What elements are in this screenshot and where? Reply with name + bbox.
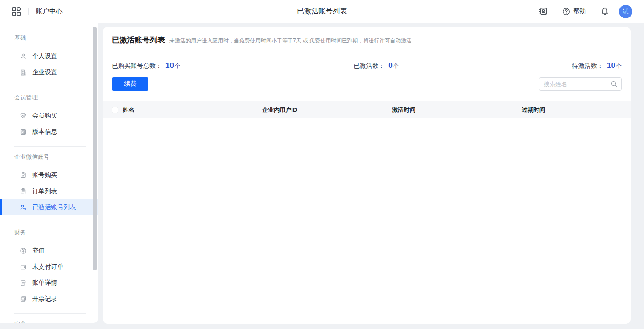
stat-label: 待激活数： bbox=[572, 62, 603, 70]
main-panel: 已激活账号列表 未激活的用户进入应用时，当免费使用时间小于等于7天 或 免费使用… bbox=[103, 27, 631, 324]
stat-unit: 个 bbox=[616, 62, 622, 70]
active-indicator bbox=[0, 199, 2, 215]
sidebar-item-label: 充值 bbox=[32, 247, 45, 255]
sidebar: 基础个人设置企业设置会员管理会员购买版本信息企业微信账号账号购买订单列表已激活账… bbox=[0, 23, 98, 323]
sidebar-item[interactable]: 开票记录 bbox=[0, 291, 98, 307]
divider bbox=[103, 52, 631, 52]
sidebar-item-label: 个人设置 bbox=[32, 52, 57, 60]
divider bbox=[555, 8, 555, 15]
gem-icon bbox=[20, 112, 27, 119]
select-all-checkbox[interactable] bbox=[112, 107, 118, 113]
divider bbox=[28, 8, 29, 15]
sidebar-item[interactable]: 订单列表 bbox=[0, 183, 98, 199]
wallet-icon bbox=[20, 263, 27, 270]
divider bbox=[14, 222, 86, 222]
stat-pending: 待激活数： 10 个 bbox=[572, 61, 622, 70]
stat-label: 已激活数： bbox=[353, 62, 385, 70]
sidebar-scrollbar[interactable] bbox=[93, 27, 97, 270]
search-icon[interactable] bbox=[610, 80, 618, 88]
help-label: 帮助 bbox=[573, 8, 586, 16]
stat-label: 已购买账号总数： bbox=[112, 62, 162, 70]
column-header-label: 过期时间 bbox=[522, 106, 545, 114]
search-box bbox=[539, 77, 622, 91]
sidebar-item[interactable]: 账号购买 bbox=[0, 167, 98, 183]
sidebar-section-title: 安全 bbox=[0, 320, 98, 323]
column-header: 姓名 bbox=[103, 106, 262, 114]
sidebar-item-label: 未支付订单 bbox=[32, 263, 64, 271]
clipboard-list-icon bbox=[20, 188, 27, 195]
top-bar: 账户中心 已激活账号列表 帮助 试 bbox=[0, 0, 644, 23]
column-header: 企业内用户ID bbox=[262, 106, 392, 114]
divider bbox=[14, 313, 86, 314]
invoice-icon bbox=[20, 295, 27, 303]
version-info-icon bbox=[20, 128, 27, 135]
sidebar-section-title: 基础 bbox=[0, 34, 98, 48]
stat-value: 10 bbox=[165, 61, 174, 70]
sidebar-section-title: 会员管理 bbox=[0, 93, 98, 108]
sidebar-item-label: 账单详情 bbox=[32, 279, 57, 287]
divider bbox=[14, 87, 86, 87]
help-button[interactable]: 帮助 bbox=[562, 8, 586, 16]
column-header: 激活时间 bbox=[392, 106, 522, 114]
sidebar-section-title: 企业微信账号 bbox=[0, 153, 98, 167]
column-header-label: 姓名 bbox=[123, 106, 135, 114]
sidebar-item[interactable]: 未支付订单 bbox=[0, 259, 98, 275]
column-header-label: 企业内用户ID bbox=[262, 106, 297, 114]
sidebar-item[interactable]: 会员购买 bbox=[0, 108, 98, 124]
column-header-label: 激活时间 bbox=[392, 106, 415, 114]
sidebar-item[interactable]: 企业设置 bbox=[0, 64, 98, 80]
stat-value: 0 bbox=[388, 61, 392, 70]
avatar[interactable]: 试 bbox=[619, 5, 632, 18]
sidebar-section-title: 财务 bbox=[0, 228, 98, 243]
sidebar-item[interactable]: 个人设置 bbox=[0, 48, 98, 64]
app-name: 账户中心 bbox=[36, 7, 63, 16]
building-icon bbox=[20, 69, 27, 76]
stat-purchased-total: 已购买账号总数： 10 个 bbox=[112, 61, 180, 70]
sidebar-item-label: 会员购买 bbox=[32, 112, 57, 120]
stat-value: 10 bbox=[607, 61, 615, 70]
sidebar-item-label: 开票记录 bbox=[32, 295, 57, 303]
sidebar-item-label: 账号购买 bbox=[32, 171, 57, 179]
clipboard-check-icon bbox=[20, 172, 27, 179]
sidebar-item[interactable]: 充值 bbox=[0, 243, 98, 259]
table-header: 姓名企业内用户ID激活时间过期时间 bbox=[103, 101, 631, 118]
divider bbox=[593, 8, 593, 15]
renew-button[interactable]: 续费 bbox=[112, 77, 148, 91]
sidebar-item-label: 版本信息 bbox=[32, 128, 57, 136]
sidebar-item[interactable]: 已激活账号列表 bbox=[0, 199, 98, 215]
bell-icon[interactable] bbox=[601, 7, 609, 16]
help-circle-icon bbox=[562, 8, 570, 16]
table-body bbox=[103, 118, 631, 305]
user-icon bbox=[20, 53, 27, 60]
sidebar-item-label: 已激活账号列表 bbox=[32, 203, 76, 211]
stat-unit: 个 bbox=[393, 62, 399, 70]
contacts-book-icon[interactable] bbox=[539, 7, 547, 16]
stat-activated: 已激活数： 0 个 bbox=[353, 61, 398, 70]
content-title: 已激活账号列表 bbox=[112, 36, 165, 45]
apps-grid-icon[interactable] bbox=[12, 7, 21, 16]
bill-icon bbox=[20, 279, 27, 287]
divider bbox=[14, 146, 86, 147]
sidebar-item[interactable]: 账单详情 bbox=[0, 275, 98, 291]
user-list-icon bbox=[20, 204, 27, 211]
stat-unit: 个 bbox=[174, 62, 180, 70]
yen-circle-icon bbox=[20, 247, 27, 254]
stats-row: 已购买账号总数： 10 个 已激活数： 0 个 待激活数： 10 个 bbox=[103, 60, 631, 71]
search-input[interactable] bbox=[539, 77, 622, 91]
content-description: 未激活的用户进入应用时，当免费使用时间小于等于7天 或 免费使用时间已到期，将进… bbox=[169, 37, 411, 45]
sidebar-item-label: 订单列表 bbox=[32, 187, 57, 195]
sidebar-item[interactable]: 版本信息 bbox=[0, 124, 98, 140]
sidebar-item-label: 企业设置 bbox=[32, 68, 57, 76]
column-header: 过期时间 bbox=[522, 106, 631, 114]
